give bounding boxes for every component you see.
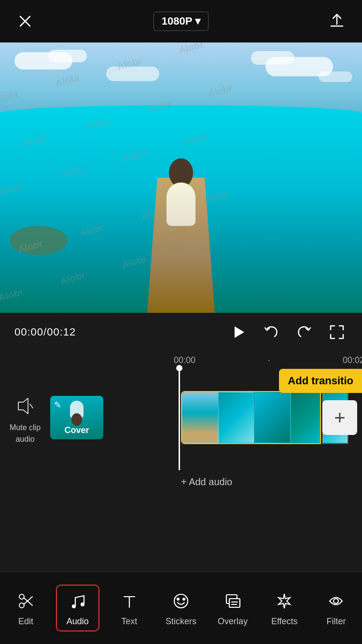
effects-label: Effects (271, 616, 298, 627)
svg-point-9 (72, 604, 76, 608)
clip-frame-4 (291, 392, 321, 443)
figure (159, 158, 203, 226)
stickers-label: Stickers (166, 616, 196, 627)
svg-line-7 (24, 597, 32, 604)
figure-body (167, 182, 195, 226)
toolbar-item-audio[interactable]: Audio (56, 585, 99, 631)
bottom-toolbar: Edit Audio Text (0, 572, 362, 644)
redo-button[interactable] (293, 322, 315, 343)
svg-point-20 (334, 599, 338, 603)
text-label: Text (121, 616, 137, 627)
island-left (10, 226, 68, 255)
add-audio-row[interactable]: + Add audio (181, 476, 232, 488)
clip-segment-1 (181, 391, 321, 444)
scissors-icon (14, 589, 38, 613)
time-mark-2: 00:02 (343, 355, 362, 365)
resolution-button[interactable]: 1080P ▾ (153, 12, 209, 31)
svg-line-8 (24, 598, 32, 605)
toolbar-item-effects[interactable]: Effects (263, 586, 306, 630)
add-transition-label: Add transitio (288, 375, 353, 387)
svg-line-4 (30, 404, 33, 408)
mute-label-line1: Mute clip (10, 423, 41, 432)
time-mark-dot: · (268, 355, 270, 365)
top-bar: 1080P ▾ (0, 0, 362, 42)
svg-point-10 (81, 602, 84, 606)
clouds (0, 47, 362, 105)
playhead (179, 369, 180, 470)
filter-icon (324, 589, 348, 613)
mute-label-line2: audio (15, 435, 34, 444)
video-preview: AlobrAlobrAlobrAlobr AlobrAlobrAlobrAlob… (0, 42, 362, 313)
toolbar-item-filter[interactable]: Filter (314, 586, 358, 630)
add-transition-tooltip[interactable]: Add transitio (279, 369, 362, 393)
fullscreen-button[interactable] (326, 322, 348, 343)
svg-point-6 (19, 594, 24, 599)
clip-frame-1 (182, 392, 218, 443)
add-clip-button[interactable]: + (322, 400, 357, 435)
overlay-icon (221, 589, 244, 613)
filter-label: Filter (326, 616, 346, 627)
playback-bar: 00:00/00:12 (0, 313, 362, 351)
music-icon (66, 589, 89, 613)
toolbar-item-text[interactable]: Text (108, 586, 151, 630)
svg-point-14 (177, 598, 179, 600)
clip-frame-3 (254, 392, 291, 443)
effects-icon (273, 589, 296, 613)
toolbar-item-edit[interactable]: Edit (4, 586, 48, 630)
mute-tool[interactable]: Mute clip audio (10, 392, 41, 444)
svg-point-15 (183, 598, 185, 600)
time-display: 00:00/00:12 (14, 326, 76, 338)
svg-point-13 (174, 594, 188, 608)
toolbar-item-overlay[interactable]: Overlay (211, 586, 254, 630)
clip-tools: Mute clip audio ✎ Cover (0, 392, 174, 444)
timeline-area: 00:00 · 00:02 · Add transitio Mute clip … (0, 351, 362, 496)
close-button[interactable] (14, 11, 36, 32)
edit-label: Edit (18, 616, 33, 627)
export-button[interactable] (326, 11, 348, 32)
text-icon (118, 589, 141, 613)
cover-edit-icon: ✎ (54, 400, 61, 410)
resolution-dropdown-icon: ▾ (195, 15, 200, 28)
svg-rect-17 (229, 599, 240, 607)
cover-thumbnail[interactable]: ✎ Cover (50, 396, 103, 439)
svg-point-5 (19, 603, 24, 608)
svg-marker-3 (18, 398, 28, 414)
svg-marker-2 (235, 326, 244, 338)
toolbar-item-stickers[interactable]: Stickers (159, 586, 203, 630)
playback-controls (228, 322, 348, 343)
cover-label: Cover (65, 425, 89, 435)
mute-icon (11, 392, 40, 420)
resolution-label: 1080P (162, 15, 193, 28)
sticker-icon (169, 589, 193, 613)
add-clip-icon: + (334, 408, 345, 427)
play-button[interactable] (228, 322, 249, 343)
audio-label: Audio (67, 616, 89, 627)
time-mark-0: 00:00 (174, 355, 195, 365)
overlay-label: Overlay (218, 616, 248, 627)
add-audio-label: + Add audio (181, 476, 232, 488)
undo-button[interactable] (261, 322, 282, 343)
ocean-layer (0, 105, 362, 313)
clip-frame-2 (218, 392, 254, 443)
